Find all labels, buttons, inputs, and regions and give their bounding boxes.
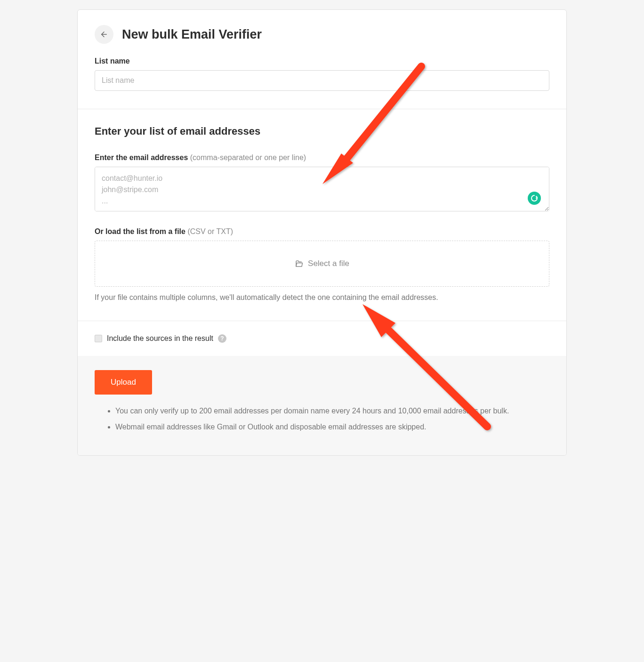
grammarly-icon [528,192,541,205]
header-row: New bulk Email Verifier [95,25,549,44]
info-list-item: Webmail email addresses like Gmail or Ou… [115,422,549,432]
file-label-hint: (CSV or TXT) [187,227,233,235]
page-title: New bulk Email Verifier [122,27,262,42]
info-list: You can only verify up to 200 email addr… [95,406,549,433]
file-drop-area[interactable]: Select a file [95,241,549,287]
email-section-title: Enter your list of email addresses [95,125,549,137]
enter-emails-label-text: Enter the email addresses [95,153,188,161]
email-addresses-textarea[interactable] [95,167,549,211]
file-label: Or load the list from a file (CSV or TXT… [95,227,549,236]
options-section: Include the sources in the result ? [78,321,566,356]
help-icon[interactable]: ? [218,334,226,343]
info-list-item: You can only verify up to 200 email addr… [115,406,549,416]
include-sources-row: Include the sources in the result ? [95,334,549,343]
arrow-left-icon [100,30,108,39]
list-name-label: List name [95,57,549,65]
back-button[interactable] [95,25,113,44]
footer-section: Upload You can only verify up to 200 ema… [78,356,566,455]
file-help-text: If your file contains multiple columns, … [95,293,549,302]
upload-button[interactable]: Upload [95,370,152,395]
header-section: New bulk Email Verifier List name [78,10,566,109]
include-sources-checkbox[interactable] [95,335,102,342]
folder-open-icon [295,259,303,268]
main-card: New bulk Email Verifier List name Enter … [77,9,567,456]
list-name-input[interactable] [95,70,549,91]
include-sources-label: Include the sources in the result [107,334,213,343]
textarea-wrap [95,167,549,213]
select-file-label: Select a file [308,259,349,268]
enter-emails-label: Enter the email addresses (comma-separat… [95,153,549,162]
file-label-text: Or load the list from a file [95,227,185,235]
enter-emails-hint: (comma-separated or one per line) [190,153,306,161]
email-section: Enter your list of email addresses Enter… [78,109,566,321]
